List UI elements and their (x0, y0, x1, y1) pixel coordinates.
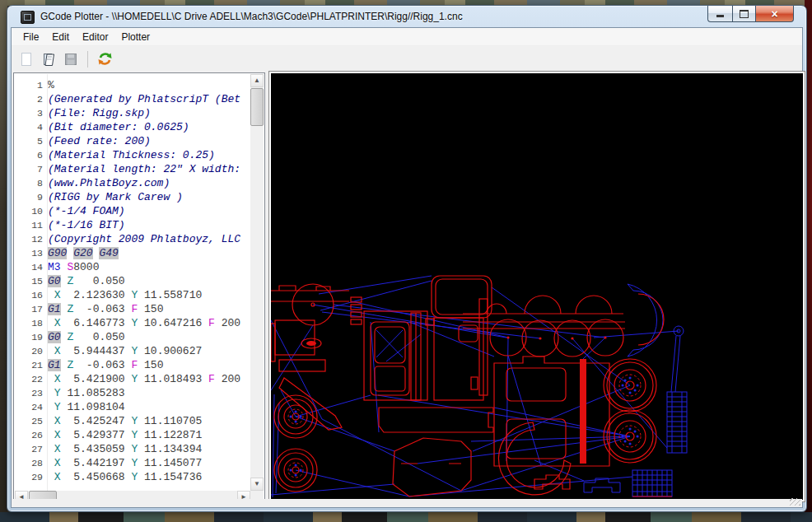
gcode-text: X 2.123630 Y 11.558710 (48, 288, 250, 302)
new-file-button[interactable] (18, 51, 35, 68)
minimize-icon (716, 15, 724, 17)
gcode-line: 21G1 Z -0.063 F 150 (15, 358, 250, 372)
line-number: 5 (15, 134, 48, 148)
close-icon: × (771, 8, 777, 20)
save-file-button[interactable] (63, 51, 79, 68)
line-number: 22 (15, 372, 48, 386)
gcode-line: 26 X 5.429377 Y 11.122871 (15, 428, 250, 442)
status-bar (12, 499, 802, 507)
app-icon (21, 11, 35, 24)
line-number: 28 (15, 456, 48, 470)
line-number: 26 (15, 428, 48, 442)
gcode-text: X 5.425247 Y 11.110705 (48, 414, 250, 428)
gcode-line: 11(*-1/16 BIT) (15, 218, 250, 232)
gcode-line: 1% (15, 78, 250, 92)
gcode-text: X 5.435059 Y 11.134394 (48, 442, 250, 456)
gcode-text: M3 S8000 (48, 260, 250, 274)
line-number: 6 (15, 148, 48, 162)
line-number: 10 (15, 204, 48, 218)
line-number: 7 (15, 162, 48, 176)
line-number: 1 (15, 78, 48, 92)
resize-grip[interactable] (790, 498, 800, 506)
line-number: 13 (15, 246, 48, 260)
gcode-text: (www.PhlatBoyz.com) (48, 176, 250, 190)
taskbar-fragment (0, 512, 812, 522)
gcode-text: (Bit diameter: 0.0625) (48, 120, 250, 134)
line-number: 18 (15, 316, 48, 330)
toolbar (12, 46, 802, 72)
gcode-line: 7(Material length: 22" X width: (15, 162, 250, 176)
caption-buttons: × (707, 6, 794, 21)
gcode-text: X 5.429377 Y 11.122871 (48, 428, 250, 442)
open-page-icon (41, 52, 56, 67)
gcode-line: 15G0 Z 0.050 (15, 274, 250, 288)
line-number: 29 (15, 470, 48, 484)
line-number: 20 (15, 344, 48, 358)
gcode-line: 4(Bit diameter: 0.0625) (15, 120, 250, 134)
menu-item-editor[interactable]: Editor (76, 30, 114, 44)
line-number: 12 (15, 232, 48, 246)
menu-item-file[interactable]: File (16, 30, 45, 44)
menu-item-plotter[interactable]: Plotter (114, 30, 156, 44)
line-number: 24 (15, 400, 48, 414)
gcode-editor[interactable]: 1%2(Generated by PhlatscripT (Bet3(File:… (13, 72, 265, 506)
gcode-text: (*-1/4 FOAM) (48, 204, 250, 218)
gcode-line: 18 X 6.146773 Y 10.647216 F 200 (15, 316, 250, 330)
gcode-line: 13G90 G20 G49 (15, 246, 250, 260)
gcode-text: (*-1/16 BIT) (48, 218, 250, 232)
maximize-button[interactable] (732, 6, 755, 22)
gcode-line: 25 X 5.425247 Y 11.110705 (15, 414, 250, 428)
gcode-text: G90 G20 G49 (48, 246, 250, 260)
gcode-line: 20 X 5.944437 Y 10.900627 (15, 344, 250, 358)
minimize-button[interactable] (707, 6, 732, 22)
line-number: 14 (15, 260, 48, 274)
plot-panel (268, 71, 805, 502)
gcode-line: 8(www.PhlatBoyz.com) (15, 176, 250, 190)
line-number: 19 (15, 330, 48, 344)
gcode-text: G1 Z -0.063 F 150 (48, 358, 250, 372)
scroll-up-button[interactable]: ▲ (250, 74, 264, 87)
gcode-text-area[interactable]: 1%2(Generated by PhlatscripT (Bet3(File:… (15, 74, 250, 491)
line-number: 23 (15, 386, 48, 400)
editor-vertical-scrollbar[interactable]: ▲ ▼ (250, 74, 264, 491)
blank-page-icon (19, 52, 34, 67)
plot-refresh-button[interactable] (96, 51, 113, 68)
gcode-text: % (48, 78, 250, 92)
open-file-button[interactable] (40, 51, 57, 68)
gcode-line: 14M3 S8000 (15, 260, 250, 274)
line-number: 21 (15, 358, 48, 372)
gcode-line: 19G0 Z 0.050 (15, 330, 250, 344)
line-number: 25 (15, 414, 48, 428)
gcode-line: 2(Generated by PhlatscripT (Bet (15, 92, 250, 106)
gcode-line: 29 X 5.450668 Y 11.154736 (15, 470, 250, 484)
app-window: GCode Plotter - \\HOMEDELL\C Drive ADELL… (7, 5, 807, 512)
gcode-text: X 5.421900 Y 11.018493 F 200 (48, 372, 250, 386)
save-disk-icon (63, 52, 78, 67)
desktop: { "window": { "title": "GCode Plotter - … (0, 0, 812, 522)
gcode-text: (Feed rate: 200) (48, 134, 250, 148)
line-number: 3 (15, 106, 48, 120)
gcode-line: 3(File: Rigg.skp) (15, 106, 250, 120)
titlebar[interactable]: GCode Plotter - \\HOMEDELL\C Drive ADELL… (7, 6, 806, 27)
close-button[interactable]: × (755, 6, 794, 22)
gcode-line: 22 X 5.421900 Y 11.018493 F 200 (15, 372, 250, 386)
vertical-scroll-thumb[interactable] (250, 88, 264, 126)
gcode-text: Y 11.098104 (48, 400, 250, 414)
scroll-down-button[interactable]: ▼ (250, 478, 264, 491)
gcode-text: G0 Z 0.050 (48, 274, 250, 288)
line-number: 8 (15, 176, 48, 190)
gcode-line: 9(RIGG by Mark Carew ) (15, 190, 250, 204)
gcode-text: Y 11.085283 (48, 386, 250, 400)
toolpath-drawing (271, 73, 803, 500)
window-title: GCode Plotter - \\HOMEDELL\C Drive ADELL… (40, 11, 463, 22)
gcode-line: 10(*-1/4 FOAM) (15, 204, 250, 218)
gcode-line: 16 X 2.123630 Y 11.558710 (15, 288, 250, 302)
menu-bar: FileEditEditorPlotter (12, 28, 802, 46)
menu-item-edit[interactable]: Edit (45, 30, 76, 44)
gcode-text: (Material Thickness: 0.25) (48, 148, 250, 162)
gcode-text: (Material length: 22" X width: (48, 162, 250, 176)
gcode-line: 28 X 5.442197 Y 11.145077 (15, 456, 250, 470)
gcode-text: X 5.442197 Y 11.145077 (48, 456, 250, 470)
line-number: 11 (15, 218, 48, 232)
gcode-line: 5(Feed rate: 200) (15, 134, 250, 148)
